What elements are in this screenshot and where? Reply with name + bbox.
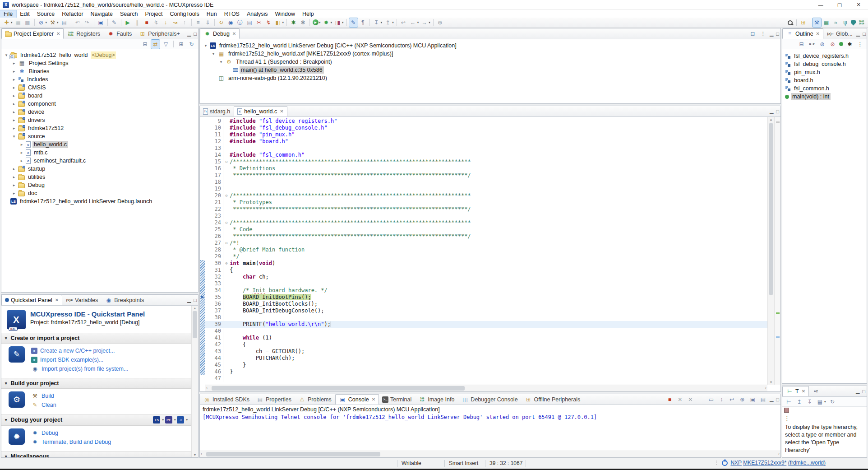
code-line[interactable]: 36 BOARD_InitBootClocks(); (205, 301, 767, 307)
outline-item[interactable]: fsl_device_registers.h (785, 52, 867, 60)
show-supertype-hierarchy-button[interactable]: ↥ (795, 397, 803, 406)
expand-arrow-icon[interactable]: ▸ (12, 85, 16, 90)
show-type-hierarchy-button[interactable]: ⊢ (785, 397, 793, 406)
quickstart-action-link[interactable]: ◉Import project(s) from file system... (31, 364, 128, 373)
expand-arrow-icon[interactable]: ▸ (12, 118, 16, 122)
menu-file[interactable]: File (0, 10, 16, 18)
menu-rtos[interactable]: RTOS (221, 10, 243, 18)
tab-hello-world[interactable]: chello_world.c✕ (234, 106, 287, 116)
undo-button[interactable]: ↶ (74, 18, 82, 27)
expand-arrow-icon[interactable]: ▸ (12, 110, 16, 114)
tab-project-explorer[interactable]: Project Explorer✕ (1, 28, 64, 39)
close-window-button[interactable]: ✕ (849, 0, 868, 9)
fold-marker-icon[interactable]: ⊖ (223, 219, 230, 226)
tab-outline[interactable]: ≡Outline✕ (782, 28, 823, 39)
power-icon[interactable] (722, 460, 728, 466)
editor-marker-bar[interactable] (200, 117, 205, 385)
program-flash-button[interactable]: ◧▾ (274, 18, 285, 27)
collapse-all-button[interactable]: ⊟ (141, 40, 149, 49)
build-button[interactable]: ⚒▾ (48, 18, 59, 27)
use-step-filters-button[interactable]: ✱ (299, 18, 307, 27)
tab-quickstart[interactable]: Quickstart Panel✕ (1, 295, 62, 305)
expand-arrow-icon[interactable]: ▾ (12, 134, 16, 139)
project-tree-row[interactable]: ▸Includes (2, 75, 198, 84)
expand-arrow-icon[interactable]: ▸ (12, 183, 16, 187)
project-tree-row[interactable]: LSfrdmke17z512_hello_world LinkServer De… (2, 197, 198, 205)
minimize-panel-button[interactable]: ▁ (187, 297, 191, 303)
expand-arrow-icon[interactable]: ▾ (211, 51, 216, 56)
terminate-button[interactable]: ■ (666, 396, 674, 403)
project-tree-row[interactable]: ▸doc (2, 189, 198, 197)
tab-globals[interactable]: (x)=Glob... (823, 28, 856, 39)
project-tree-row[interactable]: ▸drivers (2, 116, 198, 124)
code-line[interactable]: 21 * Prototypes (205, 199, 767, 206)
close-tab-icon[interactable]: ✕ (55, 298, 59, 302)
menu-project[interactable]: Project (142, 10, 166, 18)
code-line[interactable]: 44 PUTCHAR(ch); (205, 355, 767, 362)
code-line[interactable]: 38 (205, 314, 767, 321)
display-selected-console-button[interactable]: ▣ (749, 396, 757, 403)
heap-info-button[interactable]: ⓘ (236, 18, 245, 27)
code-line[interactable]: 19 (205, 186, 767, 192)
last-edit-location-button[interactable]: ↩ (399, 18, 408, 27)
quickstart-action-link[interactable]: XCreate a new C/C++ project... (31, 346, 128, 355)
expand-arrow-icon[interactable]: ▸ (12, 69, 16, 74)
minimize-panel-button[interactable]: ▁ (770, 108, 773, 114)
expand-arrow-icon[interactable]: ▸ (12, 61, 16, 65)
code-line[interactable]: 33 (205, 280, 767, 287)
code-line[interactable]: 43 ch = GETCHAR(); (205, 348, 767, 355)
project-tree-row[interactable]: ▸Debug (2, 181, 198, 189)
view-menu-button[interactable]: ⋮ (856, 40, 864, 49)
editor-overview-ruler[interactable] (774, 117, 780, 385)
show-subtype-hierarchy-button[interactable]: ↧ (805, 397, 814, 406)
project-tree-row[interactable]: ▸chello_world.c (2, 140, 198, 149)
redo-button[interactable]: ↷ (83, 18, 92, 27)
minimize-panel-button[interactable]: ▁ (770, 396, 773, 402)
outline-item[interactable]: pin_mux.h (785, 68, 867, 76)
filters-button[interactable]: ▽ (162, 40, 170, 49)
fold-marker-icon[interactable]: ⊖ (223, 158, 230, 165)
tab-registers[interactable]: 1010 0101Registers (64, 28, 104, 39)
expand-arrow-icon[interactable]: ▸ (19, 150, 24, 155)
minimize-panel-button[interactable]: ▁ (856, 388, 859, 394)
code-line[interactable]: 23 (205, 213, 767, 219)
quickstart-action-link[interactable]: ⚒Build (31, 391, 56, 400)
tab-installed-sdks[interactable]: ◎Installed SDKs (200, 394, 253, 405)
outline-item[interactable]: fsl_debug_console.h (785, 60, 867, 68)
code-line[interactable]: 40 (205, 328, 767, 335)
pemicro-probe-button[interactable]: PE (165, 416, 172, 423)
tab-peripherals[interactable]: ⊞Peripherals+ (135, 28, 184, 39)
secure-shield-button[interactable] (850, 18, 856, 27)
maximize-panel-button[interactable]: □ (862, 389, 865, 394)
maximize-panel-button[interactable]: □ (776, 31, 779, 37)
tab-variables[interactable]: (x)=Variables (62, 295, 102, 305)
maximize-panel-button[interactable]: □ (194, 31, 197, 37)
outline-item[interactable]: fsl_common.h (785, 84, 867, 93)
tab-properties[interactable]: ▤Properties (253, 394, 295, 405)
open-console-button[interactable]: ▤ (759, 396, 767, 403)
instruction-stepping-button[interactable]: ≡ (194, 18, 203, 27)
close-tab-icon[interactable]: ✕ (816, 31, 820, 36)
code-line[interactable]: 41 while (1) (205, 335, 767, 341)
maximize-panel-button[interactable]: □ (776, 109, 779, 114)
code-line[interactable]: 30⊖int main(void) (205, 260, 767, 267)
refresh-button[interactable]: ↻ (187, 40, 196, 49)
project-tree-row[interactable]: ▸frdmke17z512 (2, 124, 198, 132)
tab-problems[interactable]: ⚠Problems (295, 394, 335, 405)
quickstart-action-link[interactable]: XImport SDK example(s)... (31, 355, 128, 364)
clear-console-button[interactable]: ▭ (707, 396, 715, 403)
code-line[interactable]: 16 * Definitions (205, 165, 767, 172)
quickstart-section-header[interactable]: ▾Debug your projectLS▾PE▾J▾ (1, 414, 191, 426)
tab-type-hierarchy[interactable]: ⊢T✕ (782, 386, 809, 396)
step-into-button[interactable]: ↓ (162, 18, 170, 27)
tab-faults[interactable]: ✹Faults (104, 28, 135, 39)
project-tree-row[interactable]: ▸cmtb.c (2, 149, 198, 157)
debug-tree-row[interactable]: ◫arm-none-eabi-gdb (12.1.90.20221210) (202, 74, 780, 82)
code-line[interactable]: 12#include "board.h" (205, 138, 767, 145)
previous-annotation-button[interactable]: ↥▾ (383, 18, 394, 27)
code-line[interactable]: 42 { (205, 341, 767, 348)
drop-to-frame-button[interactable]: ⇓ (203, 18, 212, 27)
new-wizard-button[interactable]: ✚▾ (2, 18, 13, 27)
binary-view-button[interactable]: 1001 1010 (857, 18, 866, 27)
project-tree-row[interactable]: ▸component (2, 100, 198, 108)
